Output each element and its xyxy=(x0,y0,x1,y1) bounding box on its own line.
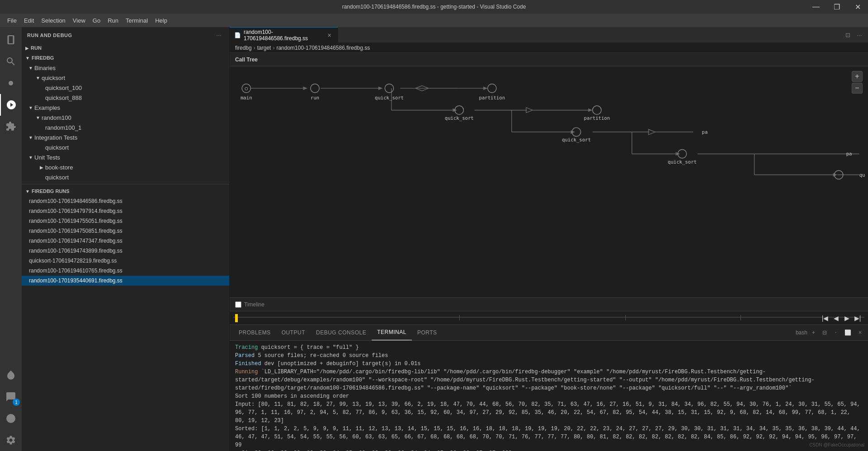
menu-terminal[interactable]: Terminal xyxy=(122,14,151,27)
tab-0[interactable]: 📄 random100-1706194846586.firedbg.ss × xyxy=(230,27,338,43)
quicksort-100-item[interactable]: quicksort_100 xyxy=(22,83,229,93)
terminal-split-button[interactable]: ⊟ xyxy=(820,329,830,337)
random100-1-item[interactable]: random100_1 xyxy=(22,122,229,132)
binaries-quicksort-item[interactable]: ▼ quicksort xyxy=(22,73,229,83)
run-item-6[interactable]: quicksort-1706194728219.firedbg.ss xyxy=(22,256,229,266)
activity-explorer[interactable] xyxy=(0,29,22,51)
svg-text:quick_sort: quick_sort xyxy=(445,115,474,121)
run-item-7[interactable]: random100-1706194610765.firedbg.ss xyxy=(22,266,229,276)
panel-close-button[interactable]: × xyxy=(856,329,864,337)
call-tree-canvas[interactable]: ○ main run quick_sort partition xyxy=(230,66,868,297)
scrubber-thumb[interactable] xyxy=(235,314,238,322)
menu-go[interactable]: Go xyxy=(89,14,104,27)
book-store-item[interactable]: ▶ book-store xyxy=(22,162,229,172)
menu-selection[interactable]: Selection xyxy=(38,14,69,27)
activity-firedbg[interactable] xyxy=(0,364,22,386)
terminal-line-2: Finished dev [unoptimized + debuginfo] t… xyxy=(235,360,863,368)
activity-source-control[interactable] xyxy=(0,72,22,94)
terminal-line-1: Parsed 5 source files; re-cached 0 sourc… xyxy=(235,352,863,360)
svg-point-0 xyxy=(6,414,15,423)
scrubber[interactable]: |◀ ◀ ▶ ▶| xyxy=(230,311,868,324)
activity-python[interactable] xyxy=(0,408,22,429)
menu-help[interactable]: Help xyxy=(151,14,171,27)
svg-text:run: run xyxy=(311,95,319,101)
unit-quicksort-label: quicksort xyxy=(45,174,69,181)
random100-1-label: random100_1 xyxy=(45,124,81,131)
panel-tab-ports[interactable]: PORTS xyxy=(412,324,443,340)
zoom-out-button[interactable]: − xyxy=(852,83,863,94)
random100-arrow: ▼ xyxy=(34,115,42,120)
run-item-2[interactable]: random100-1706194755051.firedbg.ss xyxy=(22,216,229,226)
activity-search[interactable] xyxy=(0,51,22,72)
nav-prev-button[interactable]: ◀ xyxy=(831,313,841,323)
random100-label: random100 xyxy=(42,114,71,121)
svg-marker-2 xyxy=(303,86,307,90)
run-item-8[interactable]: random100-1701935440691.firedbg.ss xyxy=(22,276,229,286)
firedbg-section-row[interactable]: ▼ FIREDBG xyxy=(22,53,229,63)
activity-settings[interactable] xyxy=(0,429,22,451)
timeline-checkbox[interactable] xyxy=(235,301,241,308)
title-bar: random100-1706194846586.firedbg.ss - get… xyxy=(0,0,868,14)
panel-maximize-button[interactable]: ⬜ xyxy=(842,329,854,337)
terminal-parsed: Parsed xyxy=(235,352,255,359)
breadcrumb-firedbg[interactable]: firedbg xyxy=(235,45,252,51)
panel-tab-debug-console[interactable]: DEBUG CONSOLE xyxy=(311,324,372,340)
svg-point-39 xyxy=(488,84,496,93)
scrubber-track xyxy=(233,317,864,318)
run-item-1[interactable]: random100-1706194797914.firedbg.ss xyxy=(22,206,229,216)
svg-marker-14 xyxy=(526,108,533,113)
nav-end-button[interactable]: ▶| xyxy=(853,313,863,323)
panel-right-actions: bash + ⊟ ⬝ ⬜ × xyxy=(796,329,864,337)
panel-minimize-button[interactable]: ⬝ xyxy=(831,329,840,337)
integration-quicksort-item[interactable]: quicksort xyxy=(22,142,229,152)
nav-next-button[interactable]: ▶ xyxy=(842,313,852,323)
svg-text:qu: qu xyxy=(859,172,865,178)
more-actions-button[interactable]: ··· xyxy=(854,30,864,40)
split-editor-button[interactable]: ⊡ xyxy=(843,30,853,40)
integration-tests-item[interactable]: ▼ Integration Tests xyxy=(22,132,229,142)
integration-tests-arrow: ▼ xyxy=(27,135,34,140)
binaries-item[interactable]: ▼ Binaries xyxy=(22,63,229,73)
examples-item[interactable]: ▼ Examples xyxy=(22,103,229,113)
close-button[interactable]: ✕ xyxy=(847,0,868,14)
more-options-button[interactable]: ··· xyxy=(214,30,224,40)
svg-text:main: main xyxy=(241,95,252,101)
unit-tests-label: Unit Tests xyxy=(34,154,60,161)
run-item-0[interactable]: random100-1706194846586.firedbg.ss xyxy=(22,196,229,206)
terminal-label: bash xyxy=(796,329,807,336)
notification-badge: 1 xyxy=(13,399,20,406)
activity-chat[interactable]: 1 xyxy=(0,386,22,408)
unit-quicksort-item[interactable]: quicksort xyxy=(22,172,229,182)
menu-view[interactable]: View xyxy=(69,14,89,27)
activity-debug[interactable] xyxy=(0,94,22,116)
breadcrumb-target[interactable]: target xyxy=(257,45,271,51)
nav-start-button[interactable]: |◀ xyxy=(820,313,830,323)
terminal-new-button[interactable]: + xyxy=(809,329,818,337)
run-section-row[interactable]: ▶ RUN xyxy=(22,43,229,53)
activity-extensions[interactable] xyxy=(0,116,22,137)
run-item-3[interactable]: random100-1706194750851.firedbg.ss xyxy=(22,226,229,236)
panel-tab-terminal[interactable]: TERMINAL xyxy=(372,324,412,340)
run-label-4: random100-1706194747347.firedbg.ss xyxy=(29,238,123,244)
run-item-5[interactable]: random100-1706194743899.firedbg.ss xyxy=(22,246,229,256)
breadcrumb-file[interactable]: random100-1706194846586.firedbg.ss xyxy=(276,45,370,51)
panel-tab-output[interactable]: OUTPUT xyxy=(276,324,311,340)
terminal-tracing: Tracing xyxy=(235,344,258,351)
call-tree-svg: ○ main run quick_sort partition xyxy=(230,66,868,297)
tab-close-0[interactable]: × xyxy=(326,31,333,40)
sidebar: RUN AND DEBUG ··· ▶ RUN ▼ FIREDBG ▼ Bina… xyxy=(22,27,230,451)
panel-tab-problems[interactable]: PROBLEMS xyxy=(233,324,276,340)
random100-item[interactable]: ▼ random100 xyxy=(22,113,229,122)
quicksort-888-item[interactable]: quicksort_888 xyxy=(22,93,229,103)
run-arrow: ▶ xyxy=(25,46,29,51)
firedbg-runs-section-row[interactable]: ▼ FIREDBG RUNS xyxy=(22,186,229,196)
menu-run[interactable]: Run xyxy=(104,14,122,27)
menu-edit[interactable]: Edit xyxy=(20,14,38,27)
run-item-4[interactable]: random100-1706194747347.firedbg.ss xyxy=(22,236,229,246)
zoom-in-button[interactable]: + xyxy=(852,71,863,82)
unit-tests-item[interactable]: ▼ Unit Tests xyxy=(22,152,229,162)
maximize-button[interactable]: ❐ xyxy=(826,0,847,14)
menu-file[interactable]: File xyxy=(4,14,20,27)
minimize-button[interactable]: — xyxy=(806,0,826,14)
terminal-line-0: Tracing quicksort = { trace = "full" } xyxy=(235,343,863,352)
